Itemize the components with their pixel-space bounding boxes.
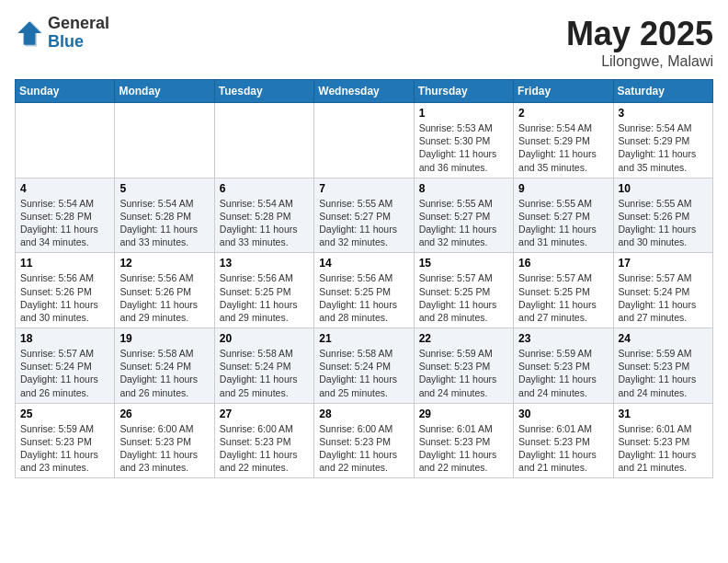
day-info: Sunrise: 5:54 AM Sunset: 5:29 PM Dayligh… — [619, 121, 708, 174]
calendar-cell: 26Sunrise: 6:00 AM Sunset: 5:23 PM Dayli… — [115, 403, 214, 478]
day-number: 26 — [119, 408, 209, 420]
calendar-cell — [214, 103, 313, 178]
day-number: 10 — [619, 182, 708, 195]
weekday-header-row: SundayMondayTuesdayWednesdayThursdayFrid… — [16, 80, 713, 103]
day-number: 20 — [220, 332, 309, 345]
calendar-cell: 27Sunrise: 6:00 AM Sunset: 5:23 PM Dayli… — [214, 403, 313, 478]
weekday-header-wednesday: Wednesday — [314, 80, 414, 103]
day-number: 2 — [518, 107, 608, 120]
calendar-cell: 29Sunrise: 6:01 AM Sunset: 5:23 PM Dayli… — [414, 403, 513, 478]
calendar-cell: 2Sunrise: 5:54 AM Sunset: 5:29 PM Daylig… — [514, 103, 613, 178]
day-info: Sunrise: 5:58 AM Sunset: 5:24 PM Dayligh… — [119, 347, 209, 399]
day-info: Sunrise: 5:54 AM Sunset: 5:29 PM Dayligh… — [518, 121, 608, 174]
page-header: General Blue May 2025 Lilongwe, Malawi — [15, 15, 713, 70]
calendar-week-1: 1Sunrise: 5:53 AM Sunset: 5:30 PM Daylig… — [16, 103, 713, 178]
day-number: 15 — [419, 257, 508, 270]
weekday-header-saturday: Saturday — [613, 80, 712, 103]
calendar-cell: 30Sunrise: 6:01 AM Sunset: 5:23 PM Dayli… — [514, 403, 613, 478]
day-info: Sunrise: 5:57 AM Sunset: 5:24 PM Dayligh… — [20, 347, 109, 399]
day-info: Sunrise: 5:55 AM Sunset: 5:26 PM Dayligh… — [619, 197, 708, 249]
calendar-cell: 8Sunrise: 5:55 AM Sunset: 5:27 PM Daylig… — [414, 178, 513, 253]
day-info: Sunrise: 5:56 AM Sunset: 5:25 PM Dayligh… — [319, 271, 408, 324]
weekday-header-friday: Friday — [514, 80, 613, 103]
day-number: 25 — [20, 408, 109, 420]
calendar-cell: 6Sunrise: 5:54 AM Sunset: 5:28 PM Daylig… — [214, 178, 313, 253]
day-info: Sunrise: 6:00 AM Sunset: 5:23 PM Dayligh… — [319, 422, 408, 475]
calendar-cell — [314, 103, 414, 178]
day-number: 27 — [220, 408, 309, 420]
calendar-week-5: 25Sunrise: 5:59 AM Sunset: 5:23 PM Dayli… — [16, 403, 713, 478]
day-info: Sunrise: 6:01 AM Sunset: 5:23 PM Dayligh… — [619, 422, 708, 475]
weekday-header-sunday: Sunday — [16, 80, 115, 103]
calendar-cell: 22Sunrise: 5:59 AM Sunset: 5:23 PM Dayli… — [414, 328, 513, 404]
day-number: 21 — [319, 332, 408, 345]
calendar-week-4: 18Sunrise: 5:57 AM Sunset: 5:24 PM Dayli… — [16, 328, 713, 404]
calendar-cell: 31Sunrise: 6:01 AM Sunset: 5:23 PM Dayli… — [613, 403, 712, 478]
calendar-cell: 19Sunrise: 5:58 AM Sunset: 5:24 PM Dayli… — [115, 328, 214, 404]
day-number: 22 — [419, 332, 508, 345]
day-info: Sunrise: 5:57 AM Sunset: 5:24 PM Dayligh… — [619, 271, 708, 324]
calendar-cell: 13Sunrise: 5:56 AM Sunset: 5:25 PM Dayli… — [214, 253, 313, 328]
calendar-cell: 9Sunrise: 5:55 AM Sunset: 5:27 PM Daylig… — [514, 178, 613, 253]
day-info: Sunrise: 5:58 AM Sunset: 5:24 PM Dayligh… — [220, 347, 309, 399]
day-number: 24 — [619, 332, 708, 345]
calendar-cell: 3Sunrise: 5:54 AM Sunset: 5:29 PM Daylig… — [613, 103, 712, 178]
calendar-cell — [115, 103, 214, 178]
calendar-cell: 4Sunrise: 5:54 AM Sunset: 5:28 PM Daylig… — [16, 178, 115, 253]
logo: General Blue — [15, 15, 109, 52]
day-info: Sunrise: 5:56 AM Sunset: 5:25 PM Dayligh… — [220, 271, 309, 324]
day-info: Sunrise: 5:59 AM Sunset: 5:23 PM Dayligh… — [619, 347, 708, 399]
calendar-cell: 7Sunrise: 5:55 AM Sunset: 5:27 PM Daylig… — [314, 178, 414, 253]
month-title: May 2025 — [566, 15, 713, 53]
calendar-cell: 24Sunrise: 5:59 AM Sunset: 5:23 PM Dayli… — [613, 328, 712, 404]
logo-icon — [15, 18, 44, 48]
calendar-table: SundayMondayTuesdayWednesdayThursdayFrid… — [15, 79, 713, 478]
calendar-cell: 18Sunrise: 5:57 AM Sunset: 5:24 PM Dayli… — [16, 328, 115, 404]
day-info: Sunrise: 5:58 AM Sunset: 5:24 PM Dayligh… — [319, 347, 408, 399]
calendar-cell: 20Sunrise: 5:58 AM Sunset: 5:24 PM Dayli… — [214, 328, 313, 404]
day-info: Sunrise: 5:54 AM Sunset: 5:28 PM Dayligh… — [220, 197, 309, 249]
day-info: Sunrise: 5:55 AM Sunset: 5:27 PM Dayligh… — [419, 197, 508, 249]
weekday-header-tuesday: Tuesday — [214, 80, 313, 103]
day-info: Sunrise: 5:54 AM Sunset: 5:28 PM Dayligh… — [20, 197, 109, 249]
day-number: 11 — [20, 257, 109, 270]
day-number: 6 — [220, 182, 309, 195]
day-info: Sunrise: 5:55 AM Sunset: 5:27 PM Dayligh… — [518, 197, 608, 249]
day-info: Sunrise: 5:59 AM Sunset: 5:23 PM Dayligh… — [20, 422, 109, 475]
day-number: 29 — [419, 408, 508, 420]
day-number: 13 — [220, 257, 309, 270]
svg-marker-1 — [19, 21, 43, 46]
day-info: Sunrise: 5:57 AM Sunset: 5:25 PM Dayligh… — [419, 271, 508, 324]
location-title: Lilongwe, Malawi — [566, 53, 713, 70]
calendar-cell: 14Sunrise: 5:56 AM Sunset: 5:25 PM Dayli… — [314, 253, 414, 328]
day-info: Sunrise: 6:00 AM Sunset: 5:23 PM Dayligh… — [119, 422, 209, 475]
calendar-cell: 5Sunrise: 5:54 AM Sunset: 5:28 PM Daylig… — [115, 178, 214, 253]
day-info: Sunrise: 5:54 AM Sunset: 5:28 PM Dayligh… — [119, 197, 209, 249]
day-number: 31 — [619, 408, 708, 420]
day-info: Sunrise: 5:56 AM Sunset: 5:26 PM Dayligh… — [119, 271, 209, 324]
day-number: 14 — [319, 257, 408, 270]
logo-text: General Blue — [48, 15, 109, 52]
calendar-cell: 15Sunrise: 5:57 AM Sunset: 5:25 PM Dayli… — [414, 253, 513, 328]
day-number: 19 — [119, 332, 209, 345]
day-number: 5 — [119, 182, 209, 195]
day-info: Sunrise: 5:57 AM Sunset: 5:25 PM Dayligh… — [518, 271, 608, 324]
day-number: 7 — [319, 182, 408, 195]
day-number: 23 — [518, 332, 608, 345]
day-number: 30 — [518, 408, 608, 420]
logo-general: General — [48, 15, 109, 33]
day-number: 4 — [20, 182, 109, 195]
calendar-cell: 1Sunrise: 5:53 AM Sunset: 5:30 PM Daylig… — [414, 103, 513, 178]
logo-blue: Blue — [48, 33, 109, 52]
calendar-cell: 23Sunrise: 5:59 AM Sunset: 5:23 PM Dayli… — [514, 328, 613, 404]
title-block: May 2025 Lilongwe, Malawi — [566, 15, 713, 70]
day-info: Sunrise: 6:00 AM Sunset: 5:23 PM Dayligh… — [220, 422, 309, 475]
day-number: 8 — [419, 182, 508, 195]
calendar-cell: 17Sunrise: 5:57 AM Sunset: 5:24 PM Dayli… — [613, 253, 712, 328]
day-number: 12 — [119, 257, 209, 270]
day-number: 1 — [419, 107, 508, 120]
day-number: 3 — [619, 107, 708, 120]
day-info: Sunrise: 5:59 AM Sunset: 5:23 PM Dayligh… — [419, 347, 508, 399]
day-info: Sunrise: 5:53 AM Sunset: 5:30 PM Dayligh… — [419, 121, 508, 174]
weekday-header-monday: Monday — [115, 80, 214, 103]
